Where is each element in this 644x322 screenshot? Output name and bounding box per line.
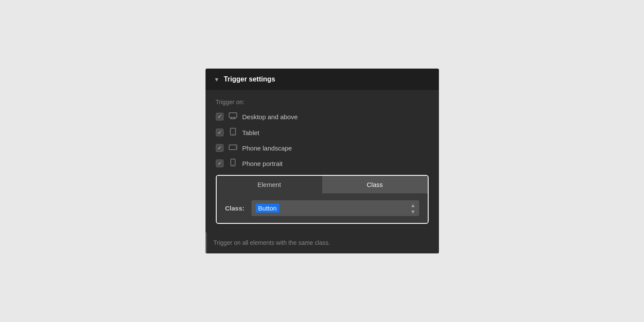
panel-header: ▼ Trigger settings [206,69,439,90]
class-input-wrapper: Button ▲ ▼ [251,200,419,216]
device-checkbox-phone-landscape[interactable]: ✓ Phone landscape [216,144,429,152]
class-input-display[interactable]: Button ▲ ▼ [251,200,419,216]
class-input-section: Class: Button ▲ ▼ [217,193,428,223]
device-phone-portrait-label: Phone portrait [242,160,283,167]
collapse-chevron-icon[interactable]: ▼ [214,76,220,83]
device-desktop-label: Desktop and above [242,113,298,120]
tablet-icon [229,128,237,137]
svg-point-5 [233,134,233,135]
svg-point-7 [236,147,236,148]
tab-class[interactable]: Class [322,176,428,193]
spinner-down-icon[interactable]: ▼ [411,208,416,214]
svg-rect-0 [229,113,237,117]
checkmark-icon: ✓ [218,160,222,166]
panel-body: Trigger on: ✓ Desktop and above ✓ [206,90,439,232]
segment-tabs-row: Element Class [217,176,428,193]
phone-landscape-icon [229,144,237,152]
device-phone-landscape-label: Phone landscape [242,144,292,152]
phone-portrait-icon [229,159,237,168]
trigger-on-label: Trigger on: [216,99,429,105]
checkmark-icon: ✓ [218,114,222,120]
tab-element[interactable]: Element [217,176,322,193]
checkbox-phone-landscape[interactable]: ✓ [216,144,224,152]
device-checkbox-phone-portrait[interactable]: ✓ Phone portrait [216,159,429,168]
class-value-highlight[interactable]: Button [256,204,279,213]
spinner-up-icon[interactable]: ▲ [411,202,416,208]
desktop-icon [229,112,237,121]
checkmark-icon: ✓ [218,129,222,135]
class-field-label: Class: [225,205,245,212]
info-text: Trigger on all elements with the same cl… [214,239,330,246]
device-checkbox-desktop[interactable]: ✓ Desktop and above [216,112,429,121]
device-tablet-label: Tablet [242,129,260,136]
info-box: Trigger on all elements with the same cl… [206,232,439,253]
trigger-type-segment: Element Class Class: Button ▲ ▼ [216,175,429,224]
checkbox-phone-portrait[interactable]: ✓ [216,159,224,167]
checkbox-tablet[interactable]: ✓ [216,129,224,136]
spinner-arrows-icon[interactable]: ▲ ▼ [411,202,416,214]
checkbox-desktop[interactable]: ✓ [216,113,224,120]
device-checkbox-tablet[interactable]: ✓ Tablet [216,128,429,137]
trigger-settings-panel: ▼ Trigger settings Trigger on: ✓ Desktop… [206,69,439,253]
checkmark-icon: ✓ [218,145,222,151]
panel-title: Trigger settings [224,75,275,83]
svg-point-9 [233,165,233,166]
